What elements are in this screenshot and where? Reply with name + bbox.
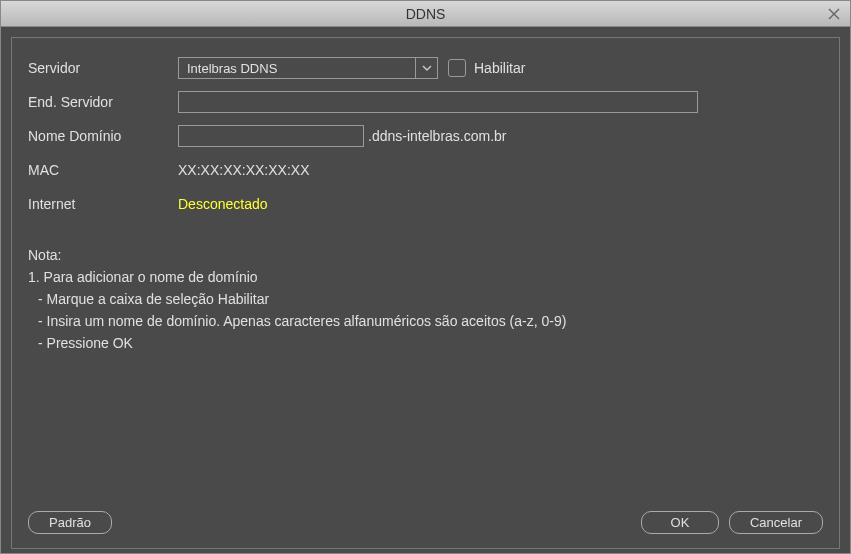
close-button[interactable] — [824, 4, 844, 24]
cancel-button[interactable]: Cancelar — [729, 511, 823, 534]
row-internet: Internet Desconectado — [28, 192, 823, 216]
content-panel: Servidor Intelbras DDNS Habilitar End. S… — [11, 37, 840, 549]
endpoint-input[interactable] — [178, 91, 698, 113]
ok-button[interactable]: OK — [641, 511, 719, 534]
row-server: Servidor Intelbras DDNS Habilitar — [28, 56, 823, 80]
row-mac: MAC XX:XX:XX:XX:XX:XX — [28, 158, 823, 182]
domain-suffix: .ddns-intelbras.com.br — [368, 128, 507, 144]
ddns-window: DDNS Servidor Intelbras DDNS Habilitar — [0, 0, 851, 554]
enable-checkbox[interactable] — [448, 59, 466, 77]
window-title: DDNS — [406, 6, 446, 22]
chevron-down-icon — [422, 65, 432, 71]
note-line-1: 1. Para adicionar o nome de domínio — [28, 266, 823, 288]
note-bullet-2: - Insira um nome de domínio. Apenas cara… — [28, 310, 823, 332]
internet-label: Internet — [28, 196, 178, 212]
server-select-arrow[interactable] — [415, 58, 437, 78]
note-bullet-1: - Marque a caixa de seleção Habilitar — [28, 288, 823, 310]
default-button[interactable]: Padrão — [28, 511, 112, 534]
button-row: Padrão OK Cancelar — [28, 511, 823, 534]
note-block: Nota: 1. Para adicionar o nome de domíni… — [28, 244, 823, 354]
domain-label: Nome Domínio — [28, 128, 178, 144]
server-label: Servidor — [28, 60, 178, 76]
enable-label: Habilitar — [474, 60, 525, 76]
note-bullet-3: - Pressione OK — [28, 332, 823, 354]
row-endpoint: End. Servidor — [28, 90, 823, 114]
server-select-value: Intelbras DDNS — [179, 58, 415, 78]
domain-input[interactable] — [178, 125, 364, 147]
note-heading: Nota: — [28, 244, 823, 266]
row-domain: Nome Domínio .ddns-intelbras.com.br — [28, 124, 823, 148]
endpoint-label: End. Servidor — [28, 94, 178, 110]
mac-label: MAC — [28, 162, 178, 178]
mac-value: XX:XX:XX:XX:XX:XX — [178, 162, 310, 178]
internet-status: Desconectado — [178, 196, 268, 212]
close-icon — [828, 8, 840, 20]
titlebar: DDNS — [1, 1, 850, 27]
server-select[interactable]: Intelbras DDNS — [178, 57, 438, 79]
